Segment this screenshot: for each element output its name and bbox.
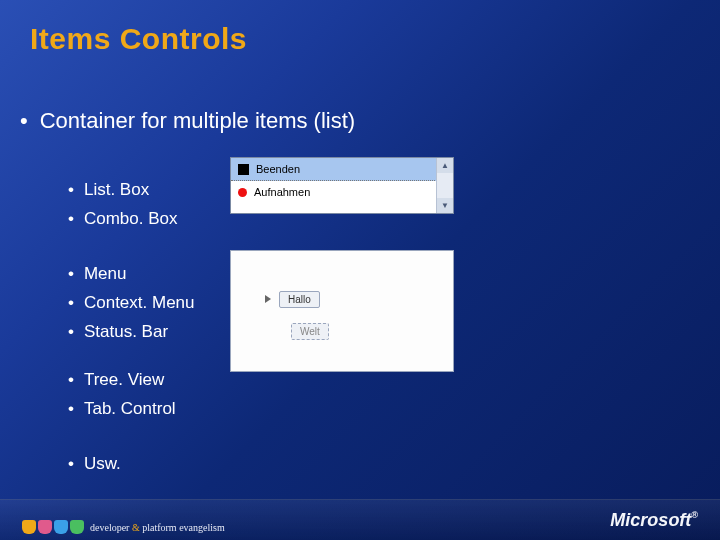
- list-item-label: Menu: [84, 264, 127, 283]
- listbox-item-label: Aufnahmen: [254, 186, 310, 198]
- listbox-mock: Beenden Aufnahmen ▲ ▼: [230, 157, 454, 214]
- hearts-icon: [22, 520, 84, 534]
- list-item-label: List. Box: [84, 180, 149, 199]
- welt-button[interactable]: Welt: [291, 323, 329, 340]
- list-item-label: Combo. Box: [84, 209, 178, 228]
- bullet-icon: •: [20, 108, 28, 133]
- scroll-up-icon[interactable]: ▲: [437, 158, 453, 173]
- bullet-group-3: •Tree. View •Tab. Control: [68, 366, 176, 424]
- slide-title: Items Controls: [30, 22, 247, 56]
- list-item-label: Tree. View: [84, 370, 164, 389]
- subtitle-text: Container for multiple items (list): [40, 108, 355, 133]
- footer-amp: &: [132, 522, 140, 533]
- footer-dev-prefix: developer: [90, 522, 129, 533]
- slide-footer: developer & platform evangelism Microsof…: [0, 499, 720, 540]
- list-item-label: Usw.: [84, 454, 121, 473]
- listbox-item-label: Beenden: [256, 163, 300, 175]
- bullet-group-1: •List. Box •Combo. Box: [68, 176, 178, 234]
- designer-canvas-mock: Hallo Welt: [230, 250, 454, 372]
- listbox-row[interactable]: Aufnahmen: [231, 181, 453, 203]
- scrollbar[interactable]: ▲ ▼: [436, 158, 453, 213]
- microsoft-logo: Microsoft®: [610, 510, 698, 531]
- list-item-label: Status. Bar: [84, 322, 168, 341]
- bullet-group-4: •Usw.: [68, 450, 121, 479]
- hallo-button[interactable]: Hallo: [279, 291, 320, 308]
- scroll-down-icon[interactable]: ▼: [437, 198, 453, 213]
- bullet-group-2: •Menu •Context. Menu •Status. Bar: [68, 260, 195, 347]
- square-icon: [238, 164, 249, 175]
- developer-evangelism-logo: developer & platform evangelism: [22, 520, 225, 534]
- slide-subtitle: •Container for multiple items (list): [20, 108, 355, 134]
- listbox-row-selected[interactable]: Beenden: [231, 158, 453, 181]
- record-dot-icon: [238, 188, 247, 197]
- triangle-icon: [265, 295, 271, 303]
- list-item-label: Context. Menu: [84, 293, 195, 312]
- list-item-label: Tab. Control: [84, 399, 176, 418]
- footer-dev-suffix: platform evangelism: [142, 522, 224, 533]
